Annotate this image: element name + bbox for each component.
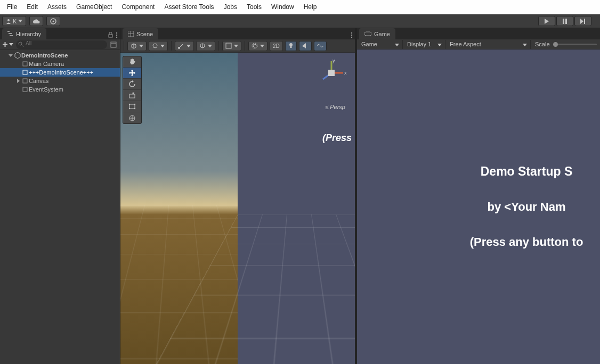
- kebab-icon[interactable]: [351, 32, 353, 38]
- svg-rect-44: [129, 104, 135, 109]
- tree-scene-root[interactable]: DemoIntroScene: [0, 51, 120, 60]
- grid-snap-dropdown[interactable]: [222, 41, 241, 51]
- scene-text-press: (Press: [322, 133, 352, 144]
- tree-item[interactable]: Main Camera: [0, 60, 120, 68]
- plus-icon: [3, 42, 7, 47]
- tab-game[interactable]: Game: [359, 28, 395, 39]
- transform-tool[interactable]: [123, 112, 141, 123]
- shading-dropdown[interactable]: [149, 41, 168, 51]
- account-dropdown[interactable]: K: [2, 16, 26, 26]
- scene-viewport[interactable]: (Press ≤ Persp y x: [120, 53, 355, 364]
- menu-file[interactable]: File: [2, 1, 22, 13]
- gizmo-dropdown[interactable]: [248, 41, 267, 51]
- handle-rotation-dropdown[interactable]: [196, 41, 215, 51]
- transform-icon: [128, 114, 136, 122]
- tab-scene[interactable]: Scene: [123, 28, 158, 39]
- gameobject-icon: [21, 86, 29, 93]
- expand-toggle[interactable]: [15, 79, 21, 83]
- rect-icon: [128, 103, 136, 110]
- scale-label: Scale: [535, 41, 550, 47]
- svg-rect-5: [584, 19, 585, 24]
- game-mode-dropdown[interactable]: Game: [358, 40, 403, 49]
- menu-assets[interactable]: Assets: [43, 1, 71, 13]
- orientation-gizmo[interactable]: y x: [315, 57, 347, 89]
- svg-rect-22: [23, 87, 27, 92]
- menu-edit[interactable]: Edit: [22, 1, 43, 13]
- search-icon: [18, 42, 24, 47]
- settings-button[interactable]: [46, 16, 60, 26]
- pause-icon: [562, 19, 567, 24]
- fx-toggle[interactable]: [314, 41, 327, 51]
- menu-tools[interactable]: Tools: [242, 1, 266, 13]
- menu-help[interactable]: Help: [299, 1, 322, 13]
- menu-bar: File Edit Assets GameObject Component As…: [0, 0, 600, 14]
- fx-icon: [317, 43, 323, 48]
- transform-toolstrip: [123, 56, 142, 124]
- display-dropdown[interactable]: Display 1: [404, 40, 445, 49]
- menu-assetstoretools[interactable]: Asset Store Tools: [159, 1, 218, 13]
- svg-point-37: [289, 43, 293, 46]
- axis-x-label: x: [344, 70, 347, 76]
- 2d-toggle[interactable]: 2D: [270, 41, 283, 51]
- menu-window[interactable]: Window: [266, 1, 299, 13]
- aspect-dropdown[interactable]: Free Aspect: [447, 40, 531, 49]
- display-label: Display 1: [407, 41, 431, 47]
- caret-down-icon: [160, 45, 165, 47]
- caret-down-icon: [208, 45, 212, 47]
- menu-gameobject[interactable]: GameObject: [71, 1, 117, 13]
- play-button[interactable]: [538, 16, 555, 26]
- tab-game-label: Game: [374, 31, 390, 37]
- caret-down-icon: [234, 45, 238, 47]
- cube-outline-icon: [131, 43, 137, 49]
- hierarchy-create-dropdown[interactable]: [2, 40, 14, 49]
- speaker-icon: [302, 43, 309, 48]
- lighting-toggle[interactable]: [285, 41, 297, 51]
- tree-item[interactable]: EventSystem: [0, 85, 120, 94]
- step-icon: [580, 19, 586, 24]
- pause-button[interactable]: [556, 16, 573, 26]
- hierarchy-collapse-button[interactable]: [109, 40, 118, 49]
- pivot-mode-dropdown[interactable]: [175, 41, 194, 51]
- draw-mode-dropdown[interactable]: [127, 41, 147, 51]
- cloud-button[interactable]: [29, 16, 43, 26]
- persp-label[interactable]: ≤ Persp: [325, 104, 345, 110]
- tree-item[interactable]: +++DemoIntroScene+++: [0, 68, 120, 77]
- move-icon: [128, 69, 136, 77]
- scale-handle[interactable]: [553, 42, 558, 47]
- lock-icon[interactable]: [108, 32, 113, 38]
- hand-tool[interactable]: [123, 56, 141, 68]
- caret-down-icon: [260, 45, 264, 47]
- gameobject-icon: [21, 69, 29, 76]
- audio-toggle[interactable]: [299, 41, 312, 51]
- hand-icon: [128, 58, 136, 65]
- sphere-icon: [152, 43, 158, 49]
- rotate-tool[interactable]: [123, 79, 141, 90]
- menu-component[interactable]: Component: [117, 1, 159, 13]
- scale-slider[interactable]: [553, 44, 597, 45]
- svg-point-31: [178, 47, 180, 49]
- grid-icon: [128, 31, 134, 37]
- hierarchy-search-placeholder: All: [26, 40, 31, 46]
- tree-item[interactable]: Canvas: [0, 77, 120, 85]
- expand-toggle[interactable]: [7, 54, 14, 57]
- pivot-icon: [178, 43, 184, 49]
- svg-rect-19: [23, 62, 27, 66]
- step-button[interactable]: [574, 16, 591, 26]
- caret-down-icon: [18, 20, 22, 22]
- svg-point-45: [129, 104, 130, 105]
- rotate-icon: [128, 80, 136, 88]
- hierarchy-search-input[interactable]: All: [16, 40, 107, 49]
- rect-tool[interactable]: [123, 101, 141, 112]
- svg-point-28: [351, 37, 352, 38]
- gameobject-icon: [21, 61, 29, 67]
- svg-rect-4: [565, 19, 567, 24]
- move-tool[interactable]: [123, 68, 141, 79]
- menu-jobs[interactable]: Jobs: [219, 1, 242, 13]
- collapse-icon: [110, 42, 117, 48]
- game-viewport[interactable]: Demo Startup S by <Your Nam (Press any b…: [357, 49, 600, 364]
- tab-hierarchy[interactable]: Hierarchy: [2, 28, 46, 39]
- main-toolbar: K: [0, 14, 600, 28]
- kebab-icon[interactable]: [116, 32, 118, 38]
- scale-tool[interactable]: [123, 90, 141, 101]
- tree-item-label: +++DemoIntroScene+++: [29, 69, 93, 76]
